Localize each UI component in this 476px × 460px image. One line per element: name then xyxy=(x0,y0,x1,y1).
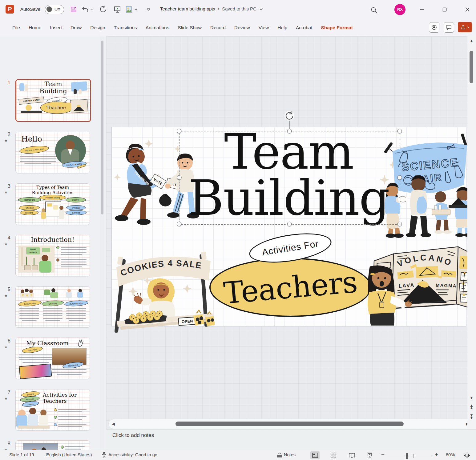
reading-view-button[interactable] xyxy=(347,451,357,459)
slide-number-2: 2 xyxy=(3,131,10,138)
slide-sorter-view-button[interactable] xyxy=(329,451,338,459)
tab-draw[interactable]: Draw xyxy=(66,19,86,36)
tab-design[interactable]: Design xyxy=(86,19,109,36)
thumbnail-slide-5[interactable]: Collaboration Creativity Communication xyxy=(15,286,90,328)
scroll-down-arrow[interactable]: ▼ xyxy=(470,396,474,400)
tab-home[interactable]: Home xyxy=(24,19,46,36)
undo-button[interactable] xyxy=(81,5,90,14)
record-button[interactable] xyxy=(429,22,439,33)
comments-button[interactable] xyxy=(444,22,454,33)
picture-icon xyxy=(125,6,133,13)
title-selection-box[interactable] xyxy=(179,131,400,225)
rotate-handle[interactable] xyxy=(284,110,295,121)
thumbnail-panel-scrollbar[interactable] xyxy=(100,36,104,450)
tab-record[interactable]: Record xyxy=(206,19,230,36)
tab-help[interactable]: Help xyxy=(273,19,292,36)
tab-animations[interactable]: Animations xyxy=(141,19,174,36)
horizontal-scrollbar-thumb[interactable] xyxy=(175,422,404,426)
teachers-oval-shape[interactable]: Teachers xyxy=(209,258,371,317)
svg-text:MAGMA: MAGMA xyxy=(436,282,457,288)
vertical-scrollbar-thumb[interactable] xyxy=(470,51,473,83)
redo-button[interactable] xyxy=(99,5,108,14)
normal-view-button[interactable] xyxy=(310,451,320,459)
mini-slide-6: My Classroom Main Point Main Point xyxy=(16,338,90,379)
resize-handle-ne[interactable] xyxy=(397,129,402,134)
tab-review[interactable]: Review xyxy=(230,19,254,36)
tab-transitions[interactable]: Transitions xyxy=(110,19,141,36)
zoom-level[interactable]: 80% xyxy=(446,452,455,457)
next-slide-button[interactable]: ▼▼ xyxy=(470,414,474,419)
minimize-button[interactable] xyxy=(417,4,427,15)
undo-dropdown[interactable] xyxy=(89,5,94,14)
zoom-in-button[interactable]: + xyxy=(435,451,438,458)
slide-counter[interactable]: Slide 1 of 19 xyxy=(9,452,34,457)
language-indicator[interactable]: English (United States) xyxy=(46,452,92,457)
slide-1-canvas[interactable]: VOTE VOTE VOTE FOR ME xyxy=(112,127,466,326)
animation-star-4: ★ xyxy=(4,242,8,246)
scroll-up-arrow[interactable]: ▲ xyxy=(470,39,474,43)
tab-file[interactable]: File xyxy=(8,19,24,36)
animation-star-3: ★ xyxy=(4,190,8,194)
slideshow-view-icon xyxy=(367,453,373,458)
autosave-label: AutoSave xyxy=(20,6,40,12)
account-avatar[interactable]: RX xyxy=(394,4,405,15)
thumbnail-slide-7[interactable]: Building Stronger Teams Activities forTe… xyxy=(15,389,90,430)
thumbnail-slide-1[interactable]: TeamBuilding Activities For Teachers COO… xyxy=(15,79,91,122)
record-icon xyxy=(431,25,437,30)
slideshow-view-button[interactable] xyxy=(365,451,374,459)
resize-handle-se[interactable] xyxy=(397,222,402,226)
mini-slide-5: Collaboration Creativity Communication xyxy=(16,286,90,327)
maximize-button[interactable] xyxy=(439,4,450,15)
vertical-scrollbar[interactable]: ▲ ▼ ▲▲ ▼▼ xyxy=(467,36,476,429)
undo-icon xyxy=(82,6,89,13)
reading-view-icon xyxy=(349,453,355,458)
previous-slide-button[interactable]: ▲▲ xyxy=(470,404,474,409)
save-button[interactable] xyxy=(69,5,78,14)
share-button[interactable] xyxy=(458,22,472,32)
cookie-sale-illustration[interactable]: COOKIES 4 SALE xyxy=(111,241,216,339)
resize-handle-e[interactable] xyxy=(397,175,402,180)
notes-pane[interactable]: Click to add notes xyxy=(106,429,476,450)
resize-handle-n[interactable] xyxy=(287,129,292,134)
zoom-out-button[interactable]: − xyxy=(381,451,385,458)
document-title[interactable]: Teacher team building.pptx • Saved to th… xyxy=(160,6,263,11)
thumbnail-slide-6[interactable]: My Classroom Main Point Main Point xyxy=(15,338,90,379)
scroll-left-arrow[interactable]: ◀ xyxy=(112,422,115,426)
autosave-toggle[interactable]: Off xyxy=(45,5,64,14)
notes-toggle[interactable]: Notes xyxy=(284,452,296,457)
fit-to-window-icon xyxy=(464,452,470,458)
tab-slide-show[interactable]: Slide Show xyxy=(173,19,206,36)
insert-picture-button[interactable] xyxy=(124,5,134,14)
tab-shape-format[interactable]: Shape Format xyxy=(317,19,357,36)
svg-text:OPEN: OPEN xyxy=(181,319,193,324)
zoom-slider-track[interactable] xyxy=(387,456,433,456)
horizontal-scrollbar[interactable]: ◀ ▶ xyxy=(108,419,473,429)
thumbnail-slide-3[interactable]: Types of TeamBuilding Activities Icebrea… xyxy=(15,183,90,225)
resize-handle-nw[interactable] xyxy=(177,129,182,134)
tab-view[interactable]: View xyxy=(254,19,273,36)
tab-acrobat[interactable]: Acrobat xyxy=(292,19,317,36)
zoom-slider-thumb[interactable] xyxy=(406,453,408,459)
thumbnail-scrollbar-thumb[interactable] xyxy=(101,41,103,214)
animation-star-5: ★ xyxy=(4,294,8,298)
slide-number-8: 8 xyxy=(3,441,10,447)
thumbnail-slide-2[interactable]: Hello and nice to meet you! NAME SURNAME xyxy=(15,132,90,173)
resize-handle-sw[interactable] xyxy=(177,222,182,226)
accessibility-status[interactable]: Accessibility: Good to go xyxy=(108,452,157,457)
slideshow-icon xyxy=(114,6,121,13)
volcano-board-illustration[interactable]: VOLCANO LAVA MAGMA xyxy=(364,237,476,326)
document-name: Teacher team building.pptx xyxy=(160,6,215,11)
close-button[interactable] xyxy=(462,4,473,15)
customize-qat-button[interactable] xyxy=(143,5,153,14)
resize-handle-s[interactable] xyxy=(287,222,292,226)
ribbon-tab-bar: File Home Insert Draw Design Transitions… xyxy=(0,19,476,37)
thumbnail-slide-4[interactable]: Introduction! PLANTGROWTH xyxy=(15,235,90,276)
notes-toggle-icon xyxy=(276,453,283,458)
start-slideshow-button[interactable] xyxy=(113,5,122,14)
tab-insert[interactable]: Insert xyxy=(46,19,66,36)
save-icon xyxy=(70,6,77,13)
fit-to-window-button[interactable] xyxy=(462,451,472,459)
resize-handle-w[interactable] xyxy=(177,175,182,180)
search-button[interactable] xyxy=(369,6,379,15)
insert-picture-dropdown[interactable] xyxy=(134,5,138,14)
